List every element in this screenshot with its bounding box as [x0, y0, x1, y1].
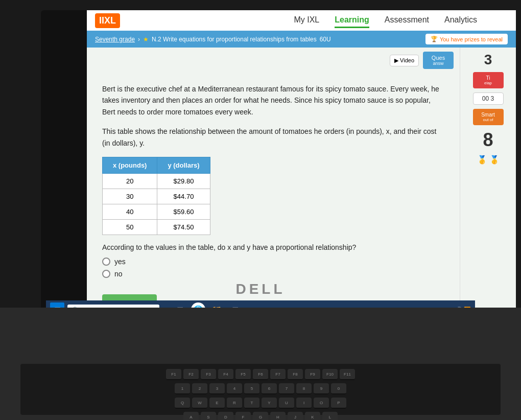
x-value: 50 [103, 219, 157, 235]
breadcrumb-sep1: › [138, 36, 140, 43]
num-key-row: 1234567890 [26, 383, 495, 394]
key-W[interactable]: W [192, 398, 207, 409]
answ-label: answ [427, 61, 449, 66]
smart-box: Smart out of [473, 109, 504, 125]
key-F10[interactable]: F10 [322, 369, 338, 380]
y-value: $74.50 [157, 219, 210, 235]
key-G[interactable]: G [253, 412, 268, 420]
key-8[interactable]: 8 [296, 383, 312, 394]
question-column: ▶ Video Ques answ Bert is the executive … [87, 48, 460, 309]
asdf-row: ASDFGHJKL [26, 412, 495, 420]
key-7[interactable]: 7 [279, 383, 294, 394]
ques-label: Ques [427, 55, 449, 61]
elapsed-label: elap [477, 81, 500, 85]
table-body: 20$29.8030$44.7040$59.6050$74.50 [103, 173, 210, 235]
radio-label-no: no [114, 270, 123, 278]
key-D[interactable]: D [218, 412, 233, 420]
key-F2[interactable]: F2 [183, 369, 199, 380]
key-H[interactable]: H [270, 412, 286, 420]
key-5[interactable]: 5 [244, 383, 259, 394]
key-F4[interactable]: F4 [218, 369, 233, 380]
topic-code: 60U [320, 36, 331, 43]
top-controls: ▶ Video Ques answ [87, 48, 460, 71]
key-F5[interactable]: F5 [235, 369, 251, 380]
qwerty-row: QWERTYUIOP [26, 398, 495, 409]
gold-medal2-icon: 🥇 [489, 155, 500, 165]
trophy-icon: 🏆 [431, 36, 438, 42]
key-1[interactable]: 1 [175, 383, 190, 394]
nav-analytics[interactable]: Analytics [444, 13, 477, 28]
key-9[interactable]: 9 [314, 383, 329, 394]
gold-medal-icon: 🥇 [477, 155, 487, 165]
play-icon: ▶ [394, 57, 398, 64]
breadcrumb: Seventh grade › ★ N.2 Write equations fo… [95, 36, 331, 43]
key-4[interactable]: 4 [227, 383, 242, 394]
ques-box: Ques answ [423, 52, 454, 69]
nav-learning[interactable]: Learning [335, 13, 369, 28]
key-0[interactable]: 0 [331, 383, 346, 394]
main-content: ▶ Video Ques answ Bert is the executive … [87, 48, 516, 309]
browser-window: IIXL My IXL Learning Assessment Analytic… [87, 10, 516, 312]
key-F8[interactable]: F8 [288, 369, 303, 380]
radio-option-no[interactable]: no [102, 270, 444, 278]
radio-option-yes[interactable]: yes [102, 258, 444, 266]
time-label: Ti [477, 75, 500, 81]
key-S[interactable]: S [201, 412, 216, 420]
keyboard: F1F2F3F4F5F6F7F8F9F10F11 1234567890 QWER… [20, 364, 501, 415]
score-display: 3 [484, 52, 492, 68]
nav-myixl[interactable]: My IXL [294, 13, 319, 28]
radio-options: yesno [102, 258, 444, 278]
timer-display: 00 3 [473, 92, 504, 105]
key-U[interactable]: U [279, 398, 294, 409]
big-score: 8 [483, 129, 493, 151]
key-T[interactable]: T [244, 398, 259, 409]
medals: 🥇 🥇 [477, 155, 500, 165]
prizes-button[interactable]: 🏆 You have prizes to reveal [425, 34, 508, 44]
key-O[interactable]: O [314, 398, 329, 409]
grade-link[interactable]: Seventh grade [95, 36, 135, 43]
table-row: 20$29.80 [103, 173, 210, 189]
fn-key-row: F1F2F3F4F5F6F7F8F9F10F11 [26, 369, 495, 380]
key-I[interactable]: I [296, 398, 312, 409]
radio-circle-yes[interactable] [102, 258, 110, 266]
key-F[interactable]: F [235, 412, 251, 420]
key-Q[interactable]: Q [175, 398, 190, 409]
nav-assessment[interactable]: Assessment [385, 13, 429, 28]
video-button[interactable]: ▶ Video [390, 55, 419, 66]
smart-label: Smart [477, 112, 500, 118]
col-y-header: y (dollars) [157, 157, 210, 173]
question-area: Bert is the executive chef at a Mediterr… [87, 71, 460, 309]
key-2[interactable]: 2 [192, 383, 207, 394]
data-table: x (pounds) y (dollars) 20$29.8030$44.704… [102, 157, 210, 235]
video-label: Video [400, 57, 414, 63]
question-prompt: According to the values in the table, do… [102, 243, 444, 251]
prizes-label: You have prizes to reveal [440, 36, 503, 42]
key-3[interactable]: 3 [209, 383, 225, 394]
key-F9[interactable]: F9 [305, 369, 320, 380]
table-row: 40$59.60 [103, 204, 210, 219]
key-K[interactable]: K [305, 412, 320, 420]
key-L[interactable]: L [322, 412, 338, 420]
ixl-logo[interactable]: IIXL [95, 13, 120, 28]
col-x-header: x (pounds) [103, 157, 157, 173]
key-A[interactable]: A [183, 412, 199, 420]
table-header-row: x (pounds) y (dollars) [103, 157, 210, 173]
y-value: $44.70 [157, 189, 210, 204]
radio-circle-no[interactable] [102, 270, 110, 278]
key-F3[interactable]: F3 [201, 369, 216, 380]
breadcrumb-bar: Seventh grade › ★ N.2 Write equations fo… [87, 31, 516, 48]
key-R[interactable]: R [227, 398, 242, 409]
key-J[interactable]: J [288, 412, 303, 420]
smart-sub: out of [477, 118, 500, 122]
key-F7[interactable]: F7 [270, 369, 286, 380]
key-F6[interactable]: F6 [253, 369, 268, 380]
key-F11[interactable]: F11 [340, 369, 355, 380]
key-Y[interactable]: Y [262, 398, 277, 409]
key-6[interactable]: 6 [262, 383, 277, 394]
table-row: 30$44.70 [103, 189, 210, 204]
laptop-screen: IIXL My IXL Learning Assessment Analytic… [41, 10, 480, 312]
key-P[interactable]: P [331, 398, 346, 409]
top-nav: IIXL My IXL Learning Assessment Analytic… [87, 10, 516, 31]
key-F1[interactable]: F1 [166, 369, 181, 380]
key-E[interactable]: E [209, 398, 225, 409]
